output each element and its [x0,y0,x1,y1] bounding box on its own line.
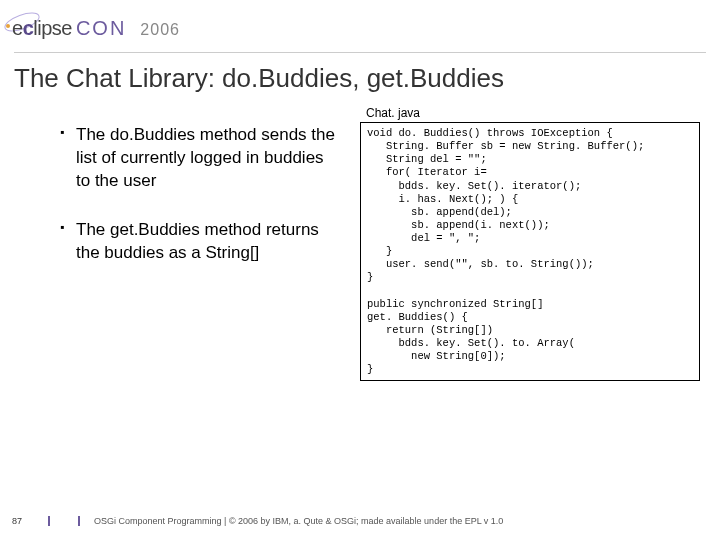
code-box: void do. Buddies() throws IOException { … [360,122,700,381]
brand-text-b: CON [76,17,126,40]
logo: eclipse CON 2006 [12,17,180,40]
code-filename: Chat. java [366,106,700,120]
svg-point-1 [6,24,10,28]
footer-accent-icon [48,514,84,528]
bullet-item: The do.Buddies method sends the list of … [60,124,340,193]
brand-text-a: eclipse [12,17,72,40]
slide-title: The Chat Library: do.Buddies, get.Buddie… [14,63,706,94]
footer-text: OSGi Component Programming | © 2006 by I… [94,516,503,526]
bullet-item: The get.Buddies method returns the buddi… [60,219,340,265]
title-block: The Chat Library: do.Buddies, get.Buddie… [14,52,706,94]
slide-header: eclipse CON 2006 [0,0,720,52]
slide-content: The do.Buddies method sends the list of … [0,94,720,381]
code-column: Chat. java void do. Buddies() throws IOE… [360,106,700,381]
page-number: 87 [0,516,34,526]
brand-year: 2006 [140,21,180,39]
slide-footer: 87 OSGi Component Programming | © 2006 b… [0,514,720,528]
bullet-list: The do.Buddies method sends the list of … [60,124,340,381]
